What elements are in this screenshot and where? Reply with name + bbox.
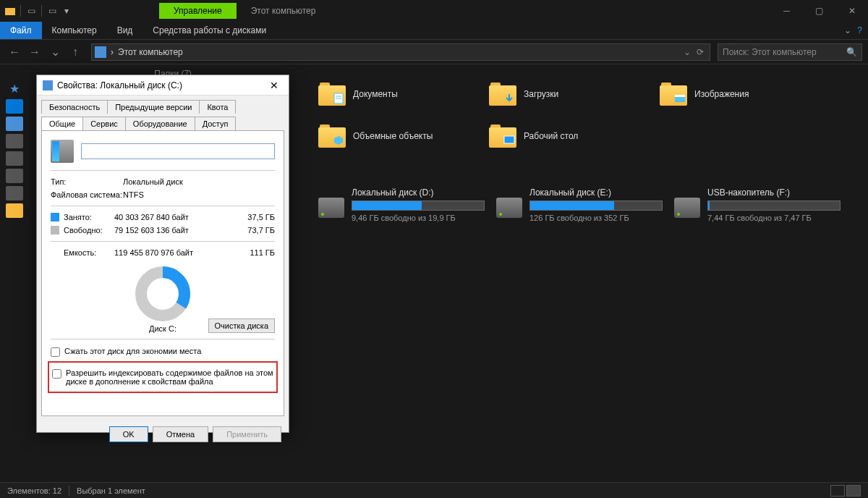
tab-general[interactable]: Общие <box>41 117 83 130</box>
sidebar-network[interactable] <box>6 203 23 218</box>
drive-capacity-bar <box>529 201 663 211</box>
search-icon: 🔍 <box>846 47 857 57</box>
folder-icon <box>660 83 687 106</box>
compress-checkbox[interactable] <box>51 347 60 357</box>
drive-capacity-bar <box>352 201 485 211</box>
tab-quota[interactable]: Квота <box>199 100 236 114</box>
close-button[interactable]: ✕ <box>835 0 868 22</box>
free-gb: 73,7 ГБ <box>231 226 275 235</box>
filesystem-label: Файловая система: <box>51 190 123 199</box>
navigation-bar: ← → ⌄ ↑ › Этот компьютер ⌄ ⟳ Поиск: Этот… <box>0 40 868 64</box>
sidebar-drive-4[interactable] <box>6 186 23 201</box>
used-gb: 37,5 ГБ <box>231 213 275 221</box>
qat-new-folder-icon[interactable]: ▭ <box>46 5 58 17</box>
free-swatch <box>51 226 59 235</box>
sidebar-drive-2[interactable] <box>6 151 23 166</box>
disk-cleanup-button[interactable]: Очистка диска <box>208 318 275 333</box>
view-tiles-button[interactable] <box>846 485 861 497</box>
drive-icon <box>318 198 344 218</box>
type-value: Локальный диск <box>123 177 275 186</box>
forward-button[interactable]: → <box>26 43 43 61</box>
tab-security[interactable]: Безопасность <box>41 100 108 114</box>
drive-name: Локальный диск (D:) <box>352 187 485 198</box>
folder-downloads[interactable]: Загрузки <box>489 79 648 109</box>
search-placeholder: Поиск: Этот компьютер <box>723 47 817 57</box>
drive-free-text: 9,46 ГБ свободно из 19,9 ГБ <box>352 214 485 222</box>
sidebar-onedrive[interactable] <box>6 99 23 114</box>
used-swatch <box>51 213 59 221</box>
window-titlebar: ▭ ▭ ▾ Управление Этот компьютер ─ ▢ ✕ <box>0 0 868 22</box>
back-button[interactable]: ← <box>6 43 23 61</box>
free-bytes: 79 152 603 136 байт <box>114 226 231 235</box>
view-details-button[interactable] <box>830 485 845 497</box>
drive-name: Локальный диск (E:) <box>529 187 663 198</box>
folder-pictures[interactable]: Изображения <box>660 79 819 109</box>
menu-computer[interactable]: Компьютер <box>42 22 107 39</box>
drive-f[interactable]: USB-накопитель (F:) 7,44 ГБ свободно из … <box>674 187 841 222</box>
tab-sharing[interactable]: Доступ <box>195 117 237 130</box>
folder-icon <box>489 124 516 148</box>
drive-name: USB-накопитель (F:) <box>707 187 841 198</box>
drive-capacity-bar <box>707 201 841 211</box>
tab-tools[interactable]: Сервис <box>82 117 126 130</box>
folder-icon <box>489 83 516 106</box>
folder-documents[interactable]: Документы <box>318 79 477 109</box>
breadcrumb-separator: › <box>111 47 114 57</box>
tab-panel-general: Тип: Локальный диск Файловая система: NT… <box>41 130 284 416</box>
used-label: Занято: <box>64 213 114 221</box>
index-checkbox[interactable] <box>52 369 61 379</box>
address-dropdown-icon[interactable]: ⌄ <box>681 47 694 57</box>
maximize-button[interactable]: ▢ <box>803 0 835 22</box>
folder-label: Изображения <box>694 89 749 99</box>
minimize-button[interactable]: ─ <box>770 0 803 22</box>
sidebar-quick-access[interactable]: ★ <box>6 82 23 96</box>
refresh-button[interactable]: ⟳ <box>694 47 707 57</box>
ribbon-collapse-icon[interactable]: ⌄ <box>844 25 851 35</box>
help-icon[interactable]: ? <box>857 25 862 35</box>
menu-view[interactable]: Вид <box>107 22 143 39</box>
drive-d[interactable]: Локальный диск (D:) 9,46 ГБ свободно из … <box>318 187 485 222</box>
drive-icon <box>51 140 74 163</box>
svg-rect-0 <box>5 8 15 15</box>
up-button[interactable]: ↑ <box>67 43 84 61</box>
folder-icon <box>318 83 346 106</box>
drive-label-input[interactable] <box>81 143 275 159</box>
menu-file[interactable]: Файл <box>0 22 42 39</box>
dialog-titlebar[interactable]: Свойства: Локальный диск (C:) ✕ <box>37 75 289 96</box>
sidebar-this-pc[interactable] <box>6 117 23 131</box>
sidebar-drive-1[interactable] <box>6 134 23 148</box>
qat-dropdown-icon[interactable]: ▾ <box>61 5 72 17</box>
folder-label: Рабочий стол <box>524 131 578 141</box>
ok-button[interactable]: OK <box>109 426 148 442</box>
sidebar-drive-3[interactable] <box>6 169 23 183</box>
location-icon <box>95 46 106 58</box>
usage-donut-chart <box>134 265 192 323</box>
drive-icon <box>674 198 700 218</box>
qat-properties-icon[interactable]: ▭ <box>25 5 37 17</box>
drive-free-text: 126 ГБ свободно из 352 ГБ <box>529 214 663 222</box>
tab-previous-versions[interactable]: Предыдущие версии <box>107 100 200 114</box>
free-label: Свободно: <box>64 226 114 235</box>
drive-e[interactable]: Локальный диск (E:) 126 ГБ свободно из 3… <box>496 187 663 222</box>
drive-icon <box>43 80 53 90</box>
search-input[interactable]: Поиск: Этот компьютер 🔍 <box>718 43 862 61</box>
folders-grid: Документы Загрузки Изображения Объемные … <box>318 79 854 151</box>
recent-dropdown-icon[interactable]: ⌄ <box>46 43 64 61</box>
apply-button[interactable]: Применить <box>213 426 281 442</box>
dialog-close-button[interactable]: ✕ <box>265 78 283 93</box>
menu-drive-tools[interactable]: Средства работы с дисками <box>142 22 276 39</box>
cancel-button[interactable]: Отмена <box>153 426 208 442</box>
status-bar: Элементов: 12 Выбран 1 элемент <box>0 482 868 498</box>
ribbon-tabs: Файл Компьютер Вид Средства работы с дис… <box>0 22 868 40</box>
folder-3d-objects[interactable]: Объемные объекты <box>318 121 477 151</box>
folder-desktop[interactable]: Рабочий стол <box>489 121 648 151</box>
drives-grid: Локальный диск (D:) 9,46 ГБ свободно из … <box>318 187 854 222</box>
breadcrumb-this-pc[interactable]: Этот компьютер <box>118 47 183 57</box>
folder-label: Загрузки <box>524 89 558 99</box>
status-selection: Выбран 1 элемент <box>77 486 145 495</box>
compress-label: Сжать этот диск для экономии места <box>64 347 201 355</box>
folder-icon <box>318 124 346 148</box>
tab-hardware[interactable]: Оборудование <box>125 117 195 130</box>
address-bar[interactable]: › Этот компьютер ⌄ ⟳ <box>91 43 710 61</box>
ribbon-context-tab[interactable]: Управление <box>159 3 237 19</box>
